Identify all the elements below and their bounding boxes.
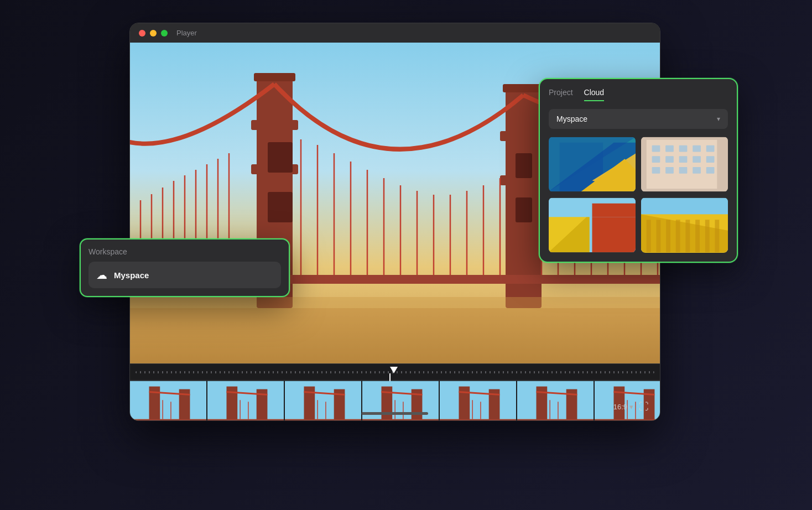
chevron-down-icon: ▾ (717, 115, 720, 123)
svg-rect-41 (268, 142, 293, 173)
svg-rect-5 (254, 73, 295, 81)
svg-rect-136 (647, 220, 651, 252)
cloud-panel-tabs: Project Cloud (549, 88, 728, 101)
cloud-thumbnail-1[interactable] (549, 137, 636, 192)
svg-rect-119 (693, 156, 701, 163)
svg-rect-118 (679, 156, 688, 163)
workspace-item-name: Myspace (114, 270, 149, 280)
svg-rect-58 (207, 419, 284, 421)
window-dot-minimize[interactable] (150, 30, 157, 37)
svg-rect-117 (665, 156, 674, 163)
svg-rect-120 (706, 156, 715, 163)
svg-rect-44 (516, 197, 532, 222)
svg-rect-123 (679, 167, 688, 174)
tab-cloud[interactable]: Cloud (584, 88, 605, 101)
aspect-ratio-button[interactable]: 16:9 ▾ (613, 403, 633, 411)
svg-rect-115 (706, 145, 715, 152)
svg-rect-139 (676, 220, 680, 252)
cloud-panel: Project Cloud Myspace ▾ (539, 78, 738, 263)
player-timeline[interactable] (130, 363, 660, 380)
scene-container: Player (74, 17, 738, 493)
workspace-popup: Workspace ☁ Myspace (80, 238, 290, 297)
svg-rect-124 (693, 167, 701, 174)
svg-rect-74 (362, 419, 439, 421)
svg-rect-111 (652, 145, 660, 152)
cloud-thumbnail-4[interactable] (641, 197, 728, 253)
svg-rect-66 (285, 419, 361, 421)
workspace-item-myspace[interactable]: ☁ Myspace (89, 262, 281, 288)
aspect-ratio-arrow-icon: ▾ (629, 403, 633, 411)
svg-rect-112 (665, 145, 674, 152)
svg-rect-42 (268, 192, 293, 222)
window-dot-maximize[interactable] (161, 30, 168, 37)
fullscreen-button[interactable]: ⛶ (639, 401, 649, 413)
svg-rect-116 (652, 156, 660, 163)
player-title: Player (176, 29, 197, 37)
timeline-scrubber[interactable] (136, 371, 654, 373)
svg-rect-9 (503, 84, 544, 92)
svg-rect-3 (251, 120, 298, 130)
workspace-dropdown-value: Myspace (556, 115, 587, 123)
svg-rect-45 (130, 297, 660, 363)
svg-rect-142 (705, 220, 710, 252)
cloud-icon: ☁ (96, 268, 107, 282)
timeline-cursor (390, 367, 398, 373)
svg-rect-131 (592, 204, 636, 217)
svg-rect-138 (666, 220, 670, 252)
svg-rect-43 (516, 153, 532, 178)
filmstrip[interactable] (130, 380, 660, 421)
svg-rect-114 (693, 145, 701, 152)
svg-rect-90 (517, 419, 594, 421)
workspace-dropdown[interactable]: Myspace ▾ (549, 109, 728, 129)
cloud-thumbnail-3[interactable] (549, 197, 636, 253)
svg-rect-140 (685, 220, 690, 252)
tab-project[interactable]: Project (549, 88, 573, 101)
player-header: Player (130, 23, 660, 43)
svg-rect-50 (130, 419, 206, 421)
svg-rect-98 (595, 419, 660, 421)
player-controls: 16:9 ▾ ⛶ (613, 401, 649, 413)
svg-rect-125 (706, 167, 715, 174)
svg-rect-113 (679, 145, 688, 152)
workspace-title: Workspace (89, 247, 281, 256)
filmstrip-scrollbar[interactable] (362, 412, 428, 415)
cloud-thumbnail-2[interactable] (641, 137, 728, 192)
cloud-thumbnail-grid (549, 137, 728, 253)
svg-rect-122 (665, 167, 674, 174)
svg-rect-141 (695, 220, 700, 252)
svg-rect-137 (656, 220, 660, 252)
svg-rect-143 (715, 220, 719, 252)
svg-rect-82 (440, 419, 516, 421)
svg-rect-121 (652, 167, 660, 174)
window-dot-close[interactable] (139, 30, 145, 37)
